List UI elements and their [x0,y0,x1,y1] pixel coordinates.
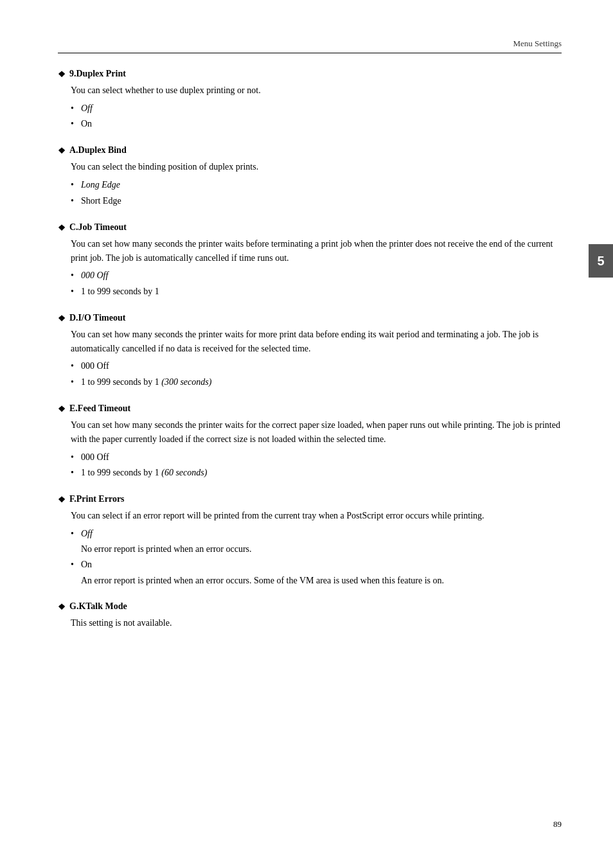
sections-container: ❖9.Duplex PrintYou can select whether to… [58,69,562,630]
diamond-icon-duplex-bind: ❖ [58,146,66,156]
bullet-list-print-errors: On [81,558,562,572]
page-number: 89 [553,819,562,829]
section-desc-io-timeout: You can set how many seconds the printer… [71,328,562,355]
bullet-list-duplex-bind: Long EdgeShort Edge [81,178,562,208]
section-desc-job-timeout: You can set how many seconds the printer… [71,237,562,265]
bullet-item: 1 to 999 seconds by 1 (300 seconds) [81,375,562,389]
sub-bullet-text: An error report is printed when an error… [81,574,562,588]
section-desc-duplex-print: You can select whether to use duplex pri… [71,84,562,98]
bullet-item: Off [81,102,562,116]
chapter-number: 5 [597,254,604,269]
chapter-tab: 5 [589,244,613,278]
header-title: Menu Settings [513,39,562,49]
section-ktalk-mode: ❖G.KTalk ModeThis setting is not availab… [58,601,562,630]
section-desc-ktalk-mode: This setting is not available. [71,616,562,630]
bullet-item: Short Edge [81,194,562,208]
diamond-icon-io-timeout: ❖ [58,314,66,324]
section-title-text-job-timeout: C.Job Timeout [69,222,127,233]
diamond-icon-job-timeout: ❖ [58,223,66,233]
bullet-list-print-errors: Off [81,527,562,541]
section-desc-feed-timeout: You can set how many seconds the printer… [71,418,562,446]
section-title-text-io-timeout: D.I/O Timeout [69,313,125,323]
diamond-icon-feed-timeout: ❖ [58,404,66,414]
section-title-feed-timeout: ❖E.Feed Timeout [58,403,562,414]
section-title-duplex-print: ❖9.Duplex Print [58,69,562,80]
section-title-job-timeout: ❖C.Job Timeout [58,222,562,233]
section-print-errors: ❖F.Print ErrorsYou can select if an erro… [58,494,562,587]
bullet-item: On [81,558,562,572]
diamond-icon-ktalk-mode: ❖ [58,602,66,612]
page-container: Menu Settings 5 ❖9.Duplex PrintYou can s… [0,0,613,868]
bullet-item: 1 to 999 seconds by 1 [81,285,562,299]
section-duplex-print: ❖9.Duplex PrintYou can select whether to… [58,69,562,131]
bullet-list-io-timeout: 000 Off1 to 999 seconds by 1 (300 second… [81,359,562,389]
page-footer: 89 [58,819,562,829]
section-duplex-bind: ❖A.Duplex BindYou can select the binding… [58,145,562,208]
page-header: Menu Settings [58,39,562,53]
bullet-list-feed-timeout: 000 Off1 to 999 seconds by 1 (60 seconds… [81,450,562,481]
section-title-io-timeout: ❖D.I/O Timeout [58,313,562,324]
section-title-text-duplex-print: 9.Duplex Print [69,69,126,79]
bullet-item: 000 Off [81,450,562,465]
section-title-ktalk-mode: ❖G.KTalk Mode [58,601,562,612]
section-title-text-print-errors: F.Print Errors [69,494,125,504]
section-feed-timeout: ❖E.Feed TimeoutYou can set how many seco… [58,403,562,480]
bullet-item: Long Edge [81,178,562,192]
bullet-item: 000 Off [81,359,562,373]
bullet-item: 000 Off [81,269,562,283]
bullet-list-duplex-print: OffOn [81,102,562,132]
section-title-text-duplex-bind: A.Duplex Bind [69,145,127,155]
bullet-item: 1 to 999 seconds by 1 (60 seconds) [81,466,562,480]
section-job-timeout: ❖C.Job TimeoutYou can set how many secon… [58,222,562,299]
section-desc-print-errors: You can select if an error report will b… [71,509,562,523]
section-desc-duplex-bind: You can select the binding position of d… [71,160,562,174]
diamond-icon-duplex-print: ❖ [58,69,66,80]
section-io-timeout: ❖D.I/O TimeoutYou can set how many secon… [58,313,562,389]
section-title-text-ktalk-mode: G.KTalk Mode [69,601,127,612]
section-title-text-feed-timeout: E.Feed Timeout [69,403,130,414]
diamond-icon-print-errors: ❖ [58,495,66,505]
bullet-item: On [81,117,562,131]
section-title-duplex-bind: ❖A.Duplex Bind [58,145,562,156]
bullet-item: Off [81,527,562,541]
bullet-list-job-timeout: 000 Off1 to 999 seconds by 1 [81,269,562,299]
section-title-print-errors: ❖F.Print Errors [58,494,562,505]
sub-bullet-text: No error report is printed when an error… [81,542,562,556]
